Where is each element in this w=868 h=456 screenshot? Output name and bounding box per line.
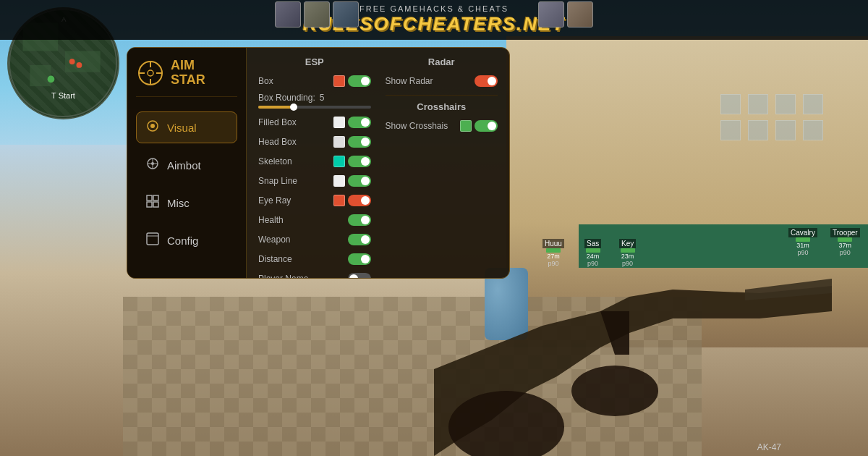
nav-misc-label: Misc <box>167 197 190 209</box>
player-tag-huuu: Huuu 27m p90 <box>542 239 564 267</box>
player-name-toggle-thumb <box>349 274 358 278</box>
panel-sidebar: AIM STAR Visual Aimbot Misc <box>127 48 247 278</box>
eye-ray-row: Eye Ray <box>258 193 371 208</box>
show-radar-label: Show Radar <box>386 76 475 86</box>
player-weapon-key: p90 <box>622 260 633 267</box>
show-crosshairs-row: Show Crosshais <box>386 118 498 134</box>
snap-line-row: Snap Line <box>258 173 371 189</box>
nav-visual-button[interactable]: Visual <box>136 111 237 143</box>
nav-misc-button[interactable]: Misc <box>136 187 237 219</box>
box-rounding-value: 5 <box>320 93 325 103</box>
eye-ray-toggle[interactable] <box>348 195 371 206</box>
show-radar-toggle[interactable] <box>475 75 498 87</box>
distance-label: Distance <box>258 254 348 264</box>
health-toggle[interactable] <box>348 214 371 226</box>
window <box>803 94 823 114</box>
window <box>720 94 741 114</box>
esp-title: ESP <box>258 56 371 67</box>
banner-avatars-right <box>538 1 593 28</box>
filled-box-toggle[interactable] <box>348 117 371 128</box>
cheat-panel: AIM STAR Visual Aimbot Misc <box>127 47 510 279</box>
skeleton-toggle[interactable] <box>348 156 371 167</box>
player-dist-huuu: 27m <box>547 253 560 260</box>
svg-rect-24 <box>153 195 158 200</box>
player-name-controls <box>348 273 371 278</box>
player-name-row: Player Name <box>258 271 371 278</box>
distance-row: Distance <box>258 251 371 267</box>
box-color-swatch[interactable] <box>333 75 345 87</box>
radar-crosshairs-column: Radar Show Radar Crosshairs Show Crossha… <box>386 56 498 278</box>
eye-ray-toggle-thumb <box>361 196 370 205</box>
panel-logo: AIM STAR <box>136 59 237 97</box>
show-crosshairs-controls <box>460 120 498 132</box>
window <box>803 120 823 140</box>
player-name-trooper: Trooper <box>830 228 860 237</box>
avatar-thumb <box>538 1 564 28</box>
player-name-toggle[interactable] <box>348 273 371 278</box>
weapon-controls <box>348 234 371 245</box>
svg-point-12 <box>148 70 153 76</box>
panel-content: ESP Box Box Rounding: 5 <box>247 48 509 278</box>
esp-column: ESP Box Box Rounding: 5 <box>258 56 371 278</box>
box-toggle[interactable] <box>348 75 371 87</box>
show-crosshairs-toggle[interactable] <box>475 120 498 132</box>
show-radar-row: Show Radar <box>386 73 498 89</box>
head-box-toggle[interactable] <box>348 136 371 148</box>
health-toggle-thumb <box>361 216 370 224</box>
box-label: Box <box>258 76 333 86</box>
box-row: Box <box>258 73 371 89</box>
player-dist-key: 23m <box>621 253 634 260</box>
eye-ray-color[interactable] <box>333 195 345 206</box>
health-label: Health <box>258 215 348 225</box>
box-rounding-row: Box Rounding: 5 <box>258 93 371 103</box>
filled-box-color[interactable] <box>333 117 345 128</box>
radar-title: Radar <box>386 56 498 67</box>
content-columns: ESP Box Box Rounding: 5 <box>258 56 498 278</box>
player-dist-sas: 24m <box>587 253 600 260</box>
weapon-opt-label: Weapon <box>258 235 348 245</box>
eye-ray-label: Eye Ray <box>258 195 333 206</box>
player-tag-sas: Sas 24m p90 <box>584 239 601 267</box>
crosshairs-section: Crosshairs Show Crosshais <box>386 101 498 134</box>
skeleton-controls <box>333 156 371 167</box>
player-weapon-sas: p90 <box>587 260 598 267</box>
nav-aimbot-button[interactable]: Aimbot <box>136 149 237 181</box>
svg-rect-26 <box>153 202 158 207</box>
player-name-sas: Sas <box>584 239 601 248</box>
show-crosshairs-toggle-thumb <box>488 122 496 130</box>
health-controls <box>348 214 371 226</box>
nav-aimbot-label: Aimbot <box>167 159 201 172</box>
skeleton-color[interactable] <box>333 156 345 167</box>
skeleton-toggle-thumb <box>361 157 370 166</box>
weapon-toggle[interactable] <box>348 234 371 245</box>
head-box-color[interactable] <box>333 136 345 148</box>
filled-box-label: Filled Box <box>258 117 333 127</box>
logo-text: AIM STAR <box>171 59 205 88</box>
filled-box-row: Filled Box <box>258 114 371 130</box>
banner-avatars-left <box>275 1 359 28</box>
box-rounding-slider[interactable] <box>258 106 371 109</box>
weapon-toggle-thumb <box>361 235 370 244</box>
player-name-label: Player Name <box>258 274 348 278</box>
window <box>748 94 768 114</box>
snap-line-color[interactable] <box>333 175 345 187</box>
player-tag-key: Key 23m p90 <box>619 239 636 267</box>
box-controls <box>333 75 371 87</box>
misc-icon <box>145 195 160 211</box>
avatar-thumb <box>567 1 593 28</box>
distance-toggle[interactable] <box>348 253 371 265</box>
player-dist-cavalry: 31m <box>796 242 809 249</box>
svg-rect-25 <box>147 202 152 207</box>
player-name-cavalry: Cavalry <box>788 228 817 237</box>
show-radar-controls <box>475 75 498 87</box>
config-icon <box>145 232 160 248</box>
snap-line-toggle[interactable] <box>348 175 371 187</box>
crosshairs-color[interactable] <box>460 120 472 132</box>
top-banner: FREE GAMEHACKS & CHEATS RULESOFCHEATERS.… <box>0 0 868 40</box>
skeleton-label: Skeleton <box>258 156 333 166</box>
logo-icon <box>136 59 165 88</box>
nav-config-button[interactable]: Config <box>136 224 237 256</box>
avatar-thumb <box>275 1 301 28</box>
svg-point-22 <box>151 162 154 165</box>
head-box-row: Head Box <box>258 134 371 150</box>
